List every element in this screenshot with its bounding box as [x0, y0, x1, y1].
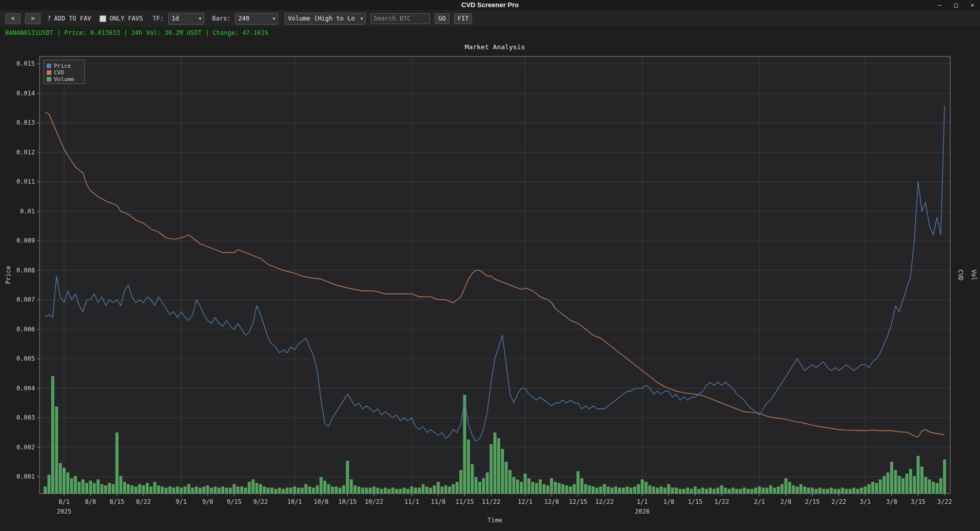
question-icon: ?: [47, 15, 51, 22]
x-tick-label: 3/15: [911, 498, 926, 505]
x-tick-label: 1/22: [714, 498, 729, 505]
only-favs-toggle[interactable]: ONLY FAVS: [97, 15, 145, 22]
x-tick-label: 8/1: [58, 498, 70, 505]
y-tick-label: 0.015: [16, 60, 35, 67]
only-favs-label: ONLY FAVS: [109, 15, 143, 22]
next-symbol-button[interactable]: >: [25, 13, 41, 24]
x-tick-label: 8/15: [110, 498, 125, 505]
y-tick-label: 0.008: [16, 267, 35, 274]
y-tick-label: 0.007: [16, 296, 35, 303]
y-tick-label: 0.011: [16, 178, 35, 185]
legend-label-price: Price: [54, 63, 71, 69]
x-tick-label: 11/15: [456, 498, 474, 505]
x-tick-label: 8/8: [85, 498, 96, 505]
x-tick-label: 2/15: [805, 498, 820, 505]
search-input[interactable]: [370, 13, 430, 24]
go-button[interactable]: GO: [435, 13, 449, 24]
y-tick-label: 0.009: [16, 237, 35, 244]
x-tick-label: 9/8: [202, 498, 213, 505]
y-tick-label: 0.004: [16, 385, 35, 392]
status-bar: BANANAS31USDT | Price: 0.013633 | 24h Vo…: [0, 27, 980, 39]
toolbar: < > ? ADD TO FAV ONLY FAVS TF: 1d ▼ Bars…: [0, 10, 980, 27]
x-tick-label: 9/15: [227, 498, 242, 505]
timeframe-label: TF:: [153, 15, 164, 22]
chevron-down-icon: ▼: [273, 16, 276, 21]
timeframe-select[interactable]: 1d ▼: [168, 13, 204, 25]
y-axis-label-vol: Vol: [970, 269, 977, 281]
x-tick-label: 12/22: [595, 498, 614, 505]
y-tick-label: 0.005: [16, 355, 35, 362]
title-bar: CVD Screener Pro – □ ×: [0, 0, 980, 10]
x-tick-label: 10/8: [313, 498, 328, 505]
x-tick-label: 2/22: [831, 498, 846, 505]
x-tick-label: 12/8: [544, 498, 559, 505]
x-tick-label: 10/15: [338, 498, 357, 505]
x-tick-label: 10/1: [287, 498, 302, 505]
chevron-down-icon: ▼: [361, 16, 363, 21]
legend-swatch-volume: [47, 77, 51, 82]
x-tick-label: 10/22: [365, 498, 383, 505]
x-tick-label: 9/22: [253, 498, 268, 505]
y-tick-label: 0.006: [16, 326, 35, 333]
x-tick-label: 1/1: [637, 498, 648, 505]
minimize-button[interactable]: –: [935, 0, 944, 10]
x-tick-label: 1/15: [688, 498, 702, 505]
only-favs-checkbox[interactable]: [100, 15, 106, 22]
chart-legend: PriceCVDVolume: [44, 60, 85, 84]
x-tick-label: 1/8: [663, 498, 674, 505]
x-tick-label: 11/1: [404, 498, 419, 505]
status-ticker: BANANAS31USDT | Price: 0.013633 | 24h Vo…: [5, 29, 268, 36]
add-to-fav-label: ADD TO FAV: [54, 15, 91, 22]
x-tick-label: 3/22: [937, 498, 952, 505]
legend-label-cvd: CVD: [54, 69, 64, 76]
market-analysis-chart[interactable]: 0.0010.0020.0030.0040.0050.0060.0070.008…: [0, 39, 980, 531]
y-axis-label-price: Price: [5, 266, 12, 284]
x-tick-label: 3/8: [886, 498, 897, 505]
y-tick-label: 0.01: [20, 208, 35, 215]
x-tick-label: 12/15: [569, 498, 587, 505]
y-tick-label: 0.013: [16, 119, 35, 126]
legend-label-volume: Volume: [54, 76, 74, 83]
legend-swatch-price: [47, 64, 51, 68]
bars-label: Bars:: [212, 15, 230, 22]
window-title: CVD Screener Pro: [0, 0, 980, 10]
y-tick-label: 0.001: [16, 473, 35, 480]
y-tick-label: 0.012: [16, 149, 35, 156]
fit-button[interactable]: FIT: [454, 13, 473, 24]
y-tick-label: 0.002: [16, 444, 35, 451]
chart-area: 0.0010.0020.0030.0040.0050.0060.0070.008…: [0, 39, 980, 531]
x-tick-label: 2/8: [780, 498, 792, 505]
close-button[interactable]: ×: [968, 0, 977, 10]
bars-value: 240: [238, 15, 249, 22]
y-tick-label: 0.014: [16, 90, 35, 97]
x-tick-label: 12/1: [518, 498, 533, 505]
sort-select[interactable]: Volume (High to Lo ▼: [285, 13, 366, 25]
chart-title: Market Analysis: [465, 43, 525, 51]
bars-select[interactable]: 240 ▼: [235, 13, 278, 25]
x-tick-label: 3/1: [859, 498, 871, 505]
x-axis-label: Time: [487, 517, 502, 524]
x-tick-label: 9/1: [175, 498, 187, 505]
maximize-button[interactable]: □: [951, 0, 961, 10]
sort-value: Volume (High to Lo: [288, 15, 355, 22]
x-tick-label: 8/22: [136, 498, 151, 505]
chevron-down-icon: ▼: [199, 16, 201, 21]
x-tick-year-label: 2026: [635, 508, 650, 515]
x-tick-label: 2/1: [754, 498, 765, 505]
legend-swatch-cvd: [47, 70, 51, 75]
x-tick-label: 11/8: [431, 498, 446, 505]
prev-symbol-button[interactable]: <: [5, 13, 21, 24]
x-tick-label: 11/22: [482, 498, 500, 505]
y-tick-label: 0.003: [16, 414, 35, 421]
y-axis-label-cvd: CVD: [957, 269, 964, 281]
timeframe-value: 1d: [171, 15, 179, 22]
window-controls: – □ ×: [935, 0, 977, 10]
add-to-fav-button[interactable]: ? ADD TO FAV: [45, 15, 93, 22]
x-tick-year-label: 2025: [56, 508, 71, 515]
